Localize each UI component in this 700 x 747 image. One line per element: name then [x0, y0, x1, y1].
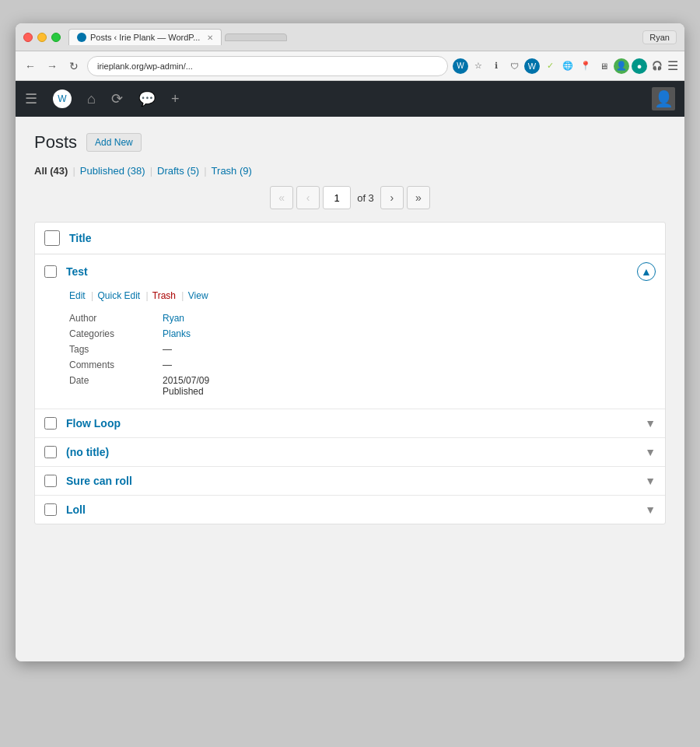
- wp-menu-icon[interactable]: ☰: [25, 90, 37, 107]
- address-bar: ← → ↻ W ☆ ℹ 🛡 W ✓ 🌐 📍 🖥 👤 ● 🎧 ☰: [16, 51, 684, 81]
- tab-wp-icon: [77, 33, 86, 42]
- wp-home-icon[interactable]: ⌂: [87, 91, 96, 107]
- wp2-icon[interactable]: W: [524, 58, 540, 74]
- active-tab[interactable]: Posts ‹ Irie Plank — WordP... ✕: [68, 29, 222, 45]
- post-row-test: Test ▲ Edit | Quick Edit | Trash | View …: [35, 254, 665, 409]
- post-checkbox-test[interactable]: [44, 265, 57, 278]
- add-new-button[interactable]: Add New: [86, 133, 142, 152]
- chevron-down-icon-sure-can-roll: ▼: [645, 475, 656, 487]
- globe-icon[interactable]: 🌐: [560, 58, 576, 74]
- table-header-row: Title: [35, 223, 665, 254]
- browser-menu-icon[interactable]: ☰: [667, 58, 678, 73]
- post-row-header-sure-can-roll[interactable]: Sure can roll ▼: [35, 467, 665, 495]
- comments-label: Comments: [69, 359, 163, 370]
- page-title: Posts: [34, 132, 77, 153]
- close-button[interactable]: [23, 33, 33, 42]
- wp-refresh-icon[interactable]: ⟳: [111, 90, 123, 107]
- date-value: 2015/07/09Published: [163, 375, 209, 397]
- post-row-loll: Loll ▼: [35, 496, 665, 524]
- edit-link-test[interactable]: Edit: [69, 290, 86, 301]
- refresh-button[interactable]: ↻: [65, 58, 82, 75]
- categories-label: Categories: [69, 328, 163, 339]
- filter-trash[interactable]: Trash (9): [212, 165, 252, 177]
- posts-table: Title Test ▲ Edit | Quick Edit | Trash |…: [34, 222, 666, 524]
- tags-label: Tags: [69, 344, 163, 355]
- screen-icon[interactable]: 🖥: [596, 58, 611, 74]
- quick-edit-link-test[interactable]: Quick Edit: [98, 290, 141, 301]
- author-label: Author: [69, 313, 163, 324]
- forward-button[interactable]: →: [44, 58, 61, 75]
- checkmark-icon[interactable]: ✓: [542, 58, 558, 74]
- post-row-no-title: (no title) ▼: [35, 438, 665, 467]
- trash-link-test[interactable]: Trash: [152, 290, 176, 301]
- teal-icon[interactable]: ●: [632, 58, 647, 74]
- detail-row-comments: Comments —: [69, 357, 631, 373]
- browser-window: Posts ‹ Irie Plank — WordP... ✕ Ryan ← →…: [16, 23, 684, 661]
- tab-bar: Posts ‹ Irie Plank — WordP... ✕: [68, 29, 642, 45]
- post-title-flow-loop[interactable]: Flow Loop: [66, 417, 645, 430]
- post-row-header-flow-loop[interactable]: Flow Loop ▼: [35, 409, 665, 437]
- date-label: Date: [69, 375, 163, 397]
- categories-value[interactable]: Planks: [163, 328, 191, 339]
- wp-admin-bar: ☰ W ⌂ ⟳ 💬 + 👤: [16, 81, 684, 117]
- detail-row-categories: Categories Planks: [69, 326, 631, 342]
- post-title-sure-can-roll[interactable]: Sure can roll: [66, 475, 645, 487]
- post-checkbox-flow-loop[interactable]: [44, 417, 57, 430]
- last-page-button[interactable]: »: [407, 186, 430, 209]
- chevron-down-icon-loll: ▼: [645, 503, 656, 516]
- post-row-header-test[interactable]: Test ▲: [35, 254, 665, 289]
- post-checkbox-sure-can-roll[interactable]: [44, 475, 57, 487]
- page-header: Posts Add New: [34, 132, 666, 153]
- user-avatar[interactable]: 👤: [652, 87, 675, 110]
- location-icon[interactable]: 📍: [578, 58, 593, 74]
- tab-label: Posts ‹ Irie Plank — WordP...: [90, 33, 200, 42]
- tab-close-icon[interactable]: ✕: [207, 33, 213, 42]
- view-link-test[interactable]: View: [188, 290, 208, 301]
- post-row-flow-loop: Flow Loop ▼: [35, 409, 665, 438]
- page-of-label: of 3: [354, 192, 377, 204]
- prev-page-button[interactable]: ‹: [296, 186, 320, 209]
- expand-button-test[interactable]: ▲: [637, 262, 656, 281]
- filter-drafts[interactable]: Drafts (5): [157, 165, 199, 177]
- fullscreen-button[interactable]: [51, 33, 61, 42]
- chevron-down-icon-no-title: ▼: [645, 446, 656, 458]
- browser-icons: W ☆ ℹ 🛡 W ✓ 🌐 📍 🖥 👤 ● 🎧 ☰: [453, 58, 678, 74]
- post-actions-test: Edit | Quick Edit | Trash | View: [35, 289, 665, 307]
- headphone-icon[interactable]: 🎧: [649, 58, 665, 74]
- detail-row-author: Author Ryan: [69, 310, 631, 326]
- inactive-tab[interactable]: [225, 33, 287, 41]
- wp-icon[interactable]: W: [453, 58, 468, 74]
- address-input[interactable]: [87, 56, 448, 76]
- wp-add-icon[interactable]: +: [171, 91, 180, 107]
- post-title-test[interactable]: Test: [66, 265, 637, 278]
- filter-all[interactable]: All (43): [34, 165, 68, 177]
- wp-comments-icon[interactable]: 💬: [138, 90, 156, 107]
- post-checkbox-loll[interactable]: [44, 503, 57, 516]
- info-icon[interactable]: ℹ: [488, 58, 504, 74]
- page-number-input[interactable]: [323, 186, 351, 209]
- tags-value: —: [163, 344, 172, 355]
- user-badge: Ryan: [642, 30, 677, 44]
- person-icon[interactable]: 👤: [614, 58, 629, 74]
- author-value[interactable]: Ryan: [163, 313, 184, 324]
- post-checkbox-no-title[interactable]: [44, 446, 57, 458]
- next-page-button[interactable]: ›: [380, 186, 404, 209]
- back-button[interactable]: ←: [22, 58, 39, 75]
- post-row-header-loll[interactable]: Loll ▼: [35, 496, 665, 524]
- minimize-button[interactable]: [37, 33, 47, 42]
- post-title-loll[interactable]: Loll: [66, 503, 645, 516]
- post-row-header-no-title[interactable]: (no title) ▼: [35, 438, 665, 466]
- first-page-button[interactable]: «: [270, 186, 293, 209]
- star-icon[interactable]: ☆: [471, 58, 486, 74]
- shield-icon[interactable]: 🛡: [506, 58, 522, 74]
- detail-row-date: Date 2015/07/09Published: [69, 373, 631, 399]
- select-all-checkbox[interactable]: [44, 230, 60, 246]
- wp-logo-icon[interactable]: W: [53, 89, 72, 108]
- title-bar: Posts ‹ Irie Plank — WordP... ✕ Ryan: [16, 23, 684, 51]
- pagination: « ‹ of 3 › »: [34, 186, 666, 209]
- title-column-header[interactable]: Title: [69, 232, 92, 244]
- comments-value: —: [163, 359, 172, 370]
- post-details-test: Author Ryan Categories Planks Tags — Com…: [35, 307, 665, 409]
- post-title-no-title[interactable]: (no title): [66, 446, 645, 458]
- filter-published[interactable]: Published (38): [80, 165, 145, 177]
